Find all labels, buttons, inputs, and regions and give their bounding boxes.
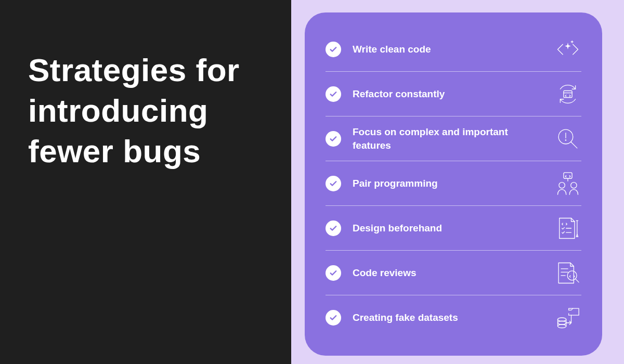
magnifier-alert-icon	[554, 125, 581, 152]
fake-dataset-icon	[554, 304, 581, 331]
check-icon	[326, 176, 341, 191]
svg-point-8	[558, 324, 566, 328]
svg-point-2	[565, 139, 567, 141]
list-item-label: Pair programming	[353, 177, 543, 190]
list-item: Creating fake datasets	[326, 295, 581, 340]
list-item: Write clean code	[326, 27, 581, 72]
check-icon	[326, 131, 341, 147]
list-item-label: Code reviews	[353, 266, 543, 280]
list-item: Pair programming	[326, 161, 581, 206]
sparkle-code-icon	[554, 36, 581, 63]
svg-point-9	[558, 321, 566, 325]
list-item-label: Write clean code	[353, 43, 543, 56]
svg-point-5	[571, 182, 577, 188]
svg-point-4	[559, 182, 565, 188]
page-title: Strategies for introducing fewer bugs	[28, 50, 272, 172]
design-doc-icon	[554, 215, 581, 242]
list-item-label: Creating fake datasets	[353, 311, 543, 324]
list-item: Design beforehand	[326, 206, 581, 251]
check-icon	[326, 310, 341, 326]
check-icon	[326, 220, 341, 236]
refresh-code-icon	[554, 81, 581, 108]
slide: Strategies for introducing fewer bugs Wr…	[0, 0, 624, 364]
list-item-label: Design beforehand	[353, 222, 543, 235]
check-icon	[326, 265, 341, 281]
pair-programming-icon	[554, 170, 581, 197]
list-item: Focus on complex and important features	[326, 116, 581, 161]
svg-point-7	[558, 318, 566, 321]
check-icon	[326, 86, 341, 102]
list-item-label: Refactor constantly	[353, 87, 543, 101]
svg-rect-0	[564, 90, 572, 97]
list-item-label: Focus on complex and important features	[353, 125, 543, 152]
list-item: Code reviews	[326, 251, 581, 295]
list-item: Refactor constantly	[326, 72, 581, 116]
svg-rect-3	[564, 172, 572, 178]
code-review-icon	[554, 259, 581, 287]
check-icon	[326, 42, 341, 57]
strategies-card: Write clean code Refactor constantly	[305, 12, 602, 356]
